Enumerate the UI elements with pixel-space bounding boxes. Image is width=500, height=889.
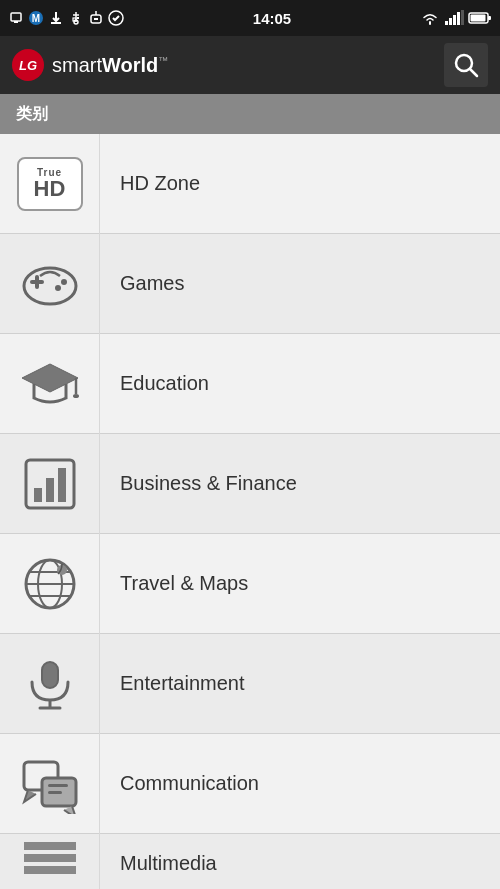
list-item-communication[interactable]: Communication <box>0 734 500 834</box>
svg-rect-0 <box>11 13 21 21</box>
svg-rect-50 <box>48 784 68 787</box>
communication-icon-box <box>0 734 100 834</box>
usb-icon <box>68 10 84 26</box>
check-icon <box>108 10 124 26</box>
svg-rect-21 <box>461 10 464 25</box>
category-header: 类别 <box>0 94 500 134</box>
hd-text: HD <box>34 178 66 200</box>
hd-zone-icon-box: True HD <box>0 134 100 234</box>
app-name-tm: ™ <box>158 55 168 66</box>
battery-icon <box>468 10 492 26</box>
svg-rect-18 <box>449 18 452 25</box>
top-bar: LG smartWorld™ <box>0 36 500 94</box>
category-list[interactable]: True HD HD Zone Games <box>0 134 500 889</box>
education-label: Education <box>100 372 209 395</box>
games-icon-box <box>0 234 100 334</box>
svg-line-26 <box>470 69 477 76</box>
communication-label: Communication <box>100 772 259 795</box>
multimedia-icon-box <box>0 834 100 889</box>
svg-rect-9 <box>77 17 79 19</box>
svg-rect-23 <box>488 16 491 20</box>
signal-icon <box>444 10 464 26</box>
svg-rect-17 <box>445 21 448 25</box>
list-item-business-finance[interactable]: Business & Finance <box>0 434 500 534</box>
svg-point-34 <box>73 394 79 398</box>
svg-point-30 <box>61 279 67 285</box>
svg-rect-36 <box>34 488 42 502</box>
travel-maps-label: Travel & Maps <box>100 572 248 595</box>
svg-marker-32 <box>22 364 78 392</box>
hd-zone-label: HD Zone <box>100 172 200 195</box>
svg-rect-1 <box>14 21 18 23</box>
status-bar: M 14:05 <box>0 0 500 36</box>
list-item-multimedia[interactable]: Multimedia <box>0 834 500 889</box>
list-item-entertainment[interactable]: Entertainment <box>0 634 500 734</box>
gamepad-icon <box>20 254 80 314</box>
lg-logo: LG <box>12 49 44 81</box>
multimedia-icon <box>20 834 80 889</box>
status-time: 14:05 <box>253 10 291 27</box>
svg-rect-51 <box>48 791 62 794</box>
svg-point-27 <box>24 268 76 304</box>
chat-icon <box>20 754 80 814</box>
app-title: smartWorld™ <box>52 54 168 77</box>
svg-rect-54 <box>24 842 76 850</box>
list-item-hd-zone[interactable]: True HD HD Zone <box>0 134 500 234</box>
games-label: Games <box>100 272 184 295</box>
app-name-smart: smart <box>52 54 102 76</box>
category-title: 类别 <box>16 104 48 125</box>
svg-rect-38 <box>58 468 66 502</box>
svg-text:M: M <box>32 13 40 24</box>
status-icons-left: M <box>8 10 124 26</box>
graduation-icon <box>20 354 80 414</box>
download-icon <box>48 10 64 26</box>
list-item-education[interactable]: Education <box>0 334 500 434</box>
status-icons-right <box>420 10 492 26</box>
search-icon <box>453 52 479 78</box>
entertainment-icon-box <box>0 634 100 734</box>
search-button[interactable] <box>444 43 488 87</box>
hd-icon: True HD <box>17 157 83 211</box>
svg-rect-53 <box>24 866 76 874</box>
svg-rect-37 <box>46 478 54 502</box>
list-item-games[interactable]: Games <box>0 234 500 334</box>
svg-rect-12 <box>94 18 96 20</box>
list-item-travel-maps[interactable]: Travel & Maps <box>0 534 500 634</box>
svg-rect-24 <box>471 15 486 22</box>
notification-icon <box>8 10 24 26</box>
app-name-world: World <box>102 54 158 76</box>
svg-point-15 <box>95 11 97 13</box>
multimedia-label: Multimedia <box>100 852 217 875</box>
svg-rect-29 <box>35 275 39 289</box>
business-finance-icon-box <box>0 434 100 534</box>
svg-point-31 <box>55 285 61 291</box>
wifi-icon <box>420 10 440 26</box>
svg-rect-19 <box>453 15 456 25</box>
microphone-icon <box>20 654 80 714</box>
svg-rect-20 <box>457 12 460 25</box>
business-finance-label: Business & Finance <box>100 472 297 495</box>
svg-rect-52 <box>24 854 76 862</box>
m-icon: M <box>28 10 44 26</box>
svg-rect-13 <box>96 18 98 20</box>
globe-icon <box>20 554 80 614</box>
robot-icon <box>88 10 104 26</box>
chart-icon <box>20 454 80 514</box>
entertainment-label: Entertainment <box>100 672 245 695</box>
travel-maps-icon-box <box>0 534 100 634</box>
svg-rect-45 <box>42 662 58 688</box>
education-icon-box <box>0 334 100 434</box>
logo-area: LG smartWorld™ <box>12 49 168 81</box>
